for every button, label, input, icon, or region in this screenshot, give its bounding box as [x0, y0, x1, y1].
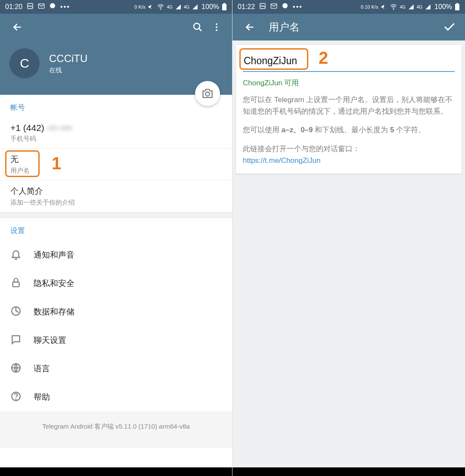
- username-row[interactable]: 无 用户名 1: [0, 149, 232, 180]
- settings-privacy[interactable]: 隐私和安全: [0, 269, 232, 298]
- app-bar: 用户名: [232, 14, 465, 40]
- more-menu-button[interactable]: [207, 18, 226, 37]
- signal-4g-2: 4G: [417, 5, 422, 9]
- signal-4g-1: 4G: [400, 5, 405, 9]
- status-bar: 01:22 ••• 0.10 K/s 4G 4G 100%: [232, 0, 465, 14]
- settings-help[interactable]: 帮助: [0, 383, 232, 411]
- confirm-button[interactable]: [440, 18, 459, 37]
- back-button[interactable]: [240, 18, 259, 37]
- settings-scroll[interactable]: 帐号 +1 (442) ••• •••• 手机号码 无 用户名 1 个人简介 添…: [0, 95, 232, 467]
- data-icon: [10, 305, 22, 318]
- profile-link[interactable]: https://t.me/ChongZiJun: [243, 156, 320, 165]
- username-value: 无: [10, 154, 222, 165]
- settings-notifications[interactable]: 通知和声音: [0, 241, 232, 269]
- svg-point-10: [216, 29, 217, 31]
- svg-rect-5: [222, 4, 226, 10]
- settings-language[interactable]: 语言: [0, 355, 232, 383]
- settings-label: 隐私和安全: [34, 278, 74, 289]
- section-header-settings: 设置: [0, 218, 232, 241]
- svg-point-2: [50, 3, 55, 8]
- change-photo-button[interactable]: [195, 81, 220, 106]
- svg-point-9: [216, 26, 217, 28]
- status-bar: 01:20 ••• 0 K/s 4G 4G 100%: [0, 0, 232, 14]
- settings-label: 语言: [34, 363, 50, 374]
- settings-chat[interactable]: 聊天设置: [0, 326, 232, 355]
- svg-point-19: [282, 3, 288, 8]
- battery-icon: [222, 3, 227, 11]
- app-bar: [0, 14, 232, 40]
- gallery-icon: [27, 3, 34, 11]
- page-title: 用户名: [269, 20, 300, 34]
- username-caption: 用户名: [10, 167, 222, 175]
- svg-rect-12: [12, 282, 19, 287]
- help-icon: [10, 391, 22, 404]
- back-button[interactable]: [8, 18, 27, 37]
- bio-caption: 添加一些关于你的介绍: [10, 199, 222, 207]
- mail-icon: [38, 3, 45, 11]
- svg-rect-6: [223, 3, 225, 4]
- bell-icon: [10, 249, 22, 261]
- net-speed: 0.10 K/s: [361, 5, 378, 9]
- settings-label: 帮助: [34, 392, 50, 403]
- more-icon: •••: [293, 3, 303, 11]
- signal-icon-2: [425, 4, 431, 10]
- globe-icon: [10, 362, 22, 375]
- svg-rect-23: [456, 3, 458, 4]
- chat-icon: [10, 334, 22, 347]
- settings-label: 通知和声音: [34, 249, 74, 261]
- android-nav-bar: [0, 467, 232, 476]
- hangouts-icon: [282, 3, 288, 11]
- signal-4g-2: 4G: [184, 5, 189, 9]
- availability-text: ChongZiJun 可用: [243, 78, 455, 88]
- svg-point-21: [394, 9, 394, 9]
- status-time: 01:20: [5, 3, 22, 11]
- wifi-icon: [390, 3, 397, 10]
- android-nav-bar: [232, 467, 465, 476]
- info-text-1: 您可以在 Telegram 上设置一个用户名。设置后，别人将能够在不知道您的手机…: [243, 94, 455, 117]
- phone-caption: 手机号码: [10, 135, 222, 143]
- svg-point-7: [194, 23, 200, 29]
- avatar[interactable]: C: [9, 48, 40, 78]
- mute-icon: [381, 3, 388, 10]
- lock-icon: [10, 277, 22, 290]
- gallery-icon: [259, 3, 266, 11]
- version-footer: Telegram Android 客户端 v5.11.0 (1710) arm6…: [0, 411, 232, 448]
- mute-icon: [148, 3, 155, 10]
- search-button[interactable]: [188, 18, 207, 37]
- username-card: 2 ChongZiJun 可用 您可以在 Telegram 上设置一个用户名。设…: [236, 45, 462, 174]
- phone-right-username: 01:22 ••• 0.10 K/s 4G 4G 100% 用户名: [232, 0, 465, 476]
- phone-number-row[interactable]: +1 (442) ••• •••• 手机号码: [0, 118, 232, 149]
- wifi-icon: [157, 3, 164, 10]
- bio-row[interactable]: 个人简介 添加一些关于你的介绍: [0, 180, 232, 212]
- username-input[interactable]: [243, 53, 455, 72]
- info-text-3: 此链接会打开一个与您的对话窗口：: [243, 143, 455, 155]
- more-icon: •••: [60, 3, 70, 11]
- settings-data[interactable]: 数据和存储: [0, 298, 232, 326]
- divider: [0, 212, 232, 218]
- signal-icon-2: [192, 4, 198, 10]
- signal-icon-1: [408, 4, 414, 10]
- mail-icon: [270, 3, 277, 11]
- phone-left-settings: 01:20 ••• 0 K/s 4G 4G 100%: [0, 0, 232, 476]
- settings-label: 数据和存储: [34, 306, 74, 317]
- settings-label: 聊天设置: [34, 335, 66, 346]
- battery-pct: 100%: [434, 3, 452, 11]
- phone-hidden: ••• ••••: [48, 123, 72, 133]
- svg-rect-22: [455, 4, 459, 10]
- phone-prefix: +1 (442): [10, 123, 44, 133]
- bio-label: 个人简介: [10, 186, 222, 197]
- info-text-2: 您可以使用 a–z、0–9 和下划线。最小长度为 5 个字符。: [243, 124, 455, 136]
- profile-name: CCCiTU: [49, 53, 87, 65]
- net-speed: 0 K/s: [134, 5, 145, 9]
- svg-point-4: [161, 9, 161, 9]
- hangouts-icon: [49, 3, 56, 11]
- svg-point-11: [205, 92, 209, 96]
- profile-status: 在线: [49, 66, 87, 75]
- svg-point-16: [16, 399, 16, 399]
- profile-header: C CCCiTU 在线: [0, 40, 232, 95]
- svg-point-8: [216, 23, 217, 25]
- battery-icon: [455, 3, 460, 11]
- signal-4g-1: 4G: [167, 5, 172, 9]
- signal-icon-1: [175, 4, 181, 10]
- battery-pct: 100%: [202, 3, 219, 11]
